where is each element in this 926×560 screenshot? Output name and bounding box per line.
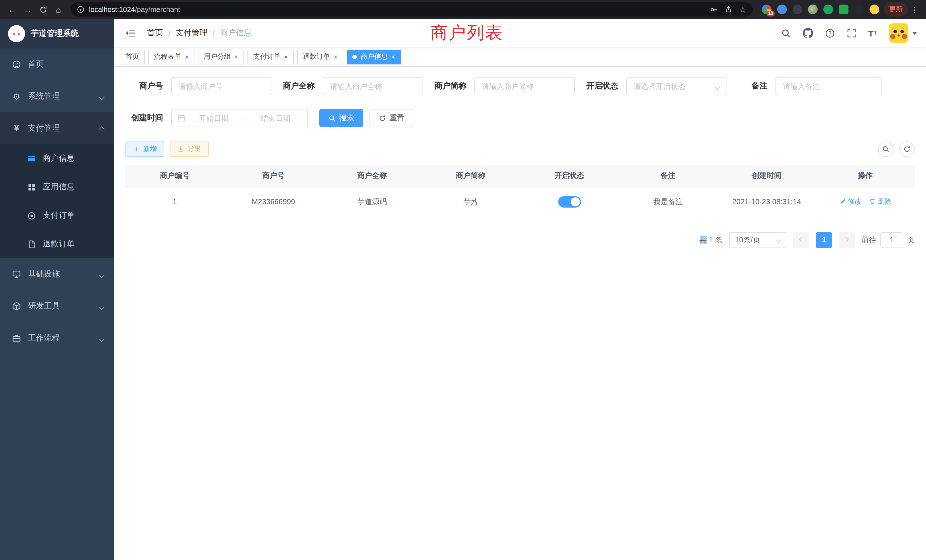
reset-button[interactable]: 重置 (369, 109, 413, 127)
browser-update-button[interactable]: 更新 (884, 2, 908, 17)
reload-icon[interactable] (35, 2, 51, 17)
text-input[interactable] (482, 82, 567, 90)
text-input[interactable] (179, 82, 264, 90)
tab-refund-orders[interactable]: 退款订单 × (297, 49, 343, 64)
cell-status (520, 186, 619, 217)
extension-icon[interactable] (854, 5, 864, 14)
status-select[interactable] (626, 77, 726, 95)
tab-label: 退款订单 (303, 52, 330, 62)
page-size-select[interactable]: 10条/页 (729, 232, 786, 248)
tab-home[interactable]: 首页 (120, 49, 145, 64)
back-icon[interactable]: ← (5, 2, 20, 17)
url-bar[interactable]: localhost:1024/pay/merchant ☆ (71, 2, 753, 17)
delete-link[interactable]: 删除 (869, 197, 891, 206)
export-button[interactable]: 导出 (170, 141, 209, 157)
cell-merchant-full-name: 芋道源码 (323, 186, 421, 217)
tab-label: 流程表单 (154, 52, 181, 62)
sidebar-item-pay-orders[interactable]: 支付订单 (0, 201, 114, 230)
sidebar-item-app-info[interactable]: 应用信息 (0, 173, 114, 201)
start-date-input[interactable] (188, 114, 240, 122)
chevron-down-icon (100, 334, 104, 343)
sidebar-item-payment[interactable]: ¥ 支付管理 (0, 112, 114, 144)
extension-icon[interactable] (823, 5, 833, 14)
add-button[interactable]: ＋ 新增 (126, 141, 164, 157)
tab-user-group[interactable]: 用户分组 × (198, 49, 244, 64)
font-size-icon[interactable]: TT (868, 29, 877, 37)
sidebar-item-label: 首页 (28, 59, 44, 70)
sidebar-item-merchant-info[interactable]: 商户信息 (0, 144, 114, 173)
field-label: 开启状态 (586, 81, 618, 91)
cell-merchant-no: M233666999 (224, 186, 323, 217)
extension-icon[interactable]: 10 (762, 5, 772, 14)
close-icon[interactable]: × (334, 53, 337, 60)
goto-page-input[interactable] (881, 232, 903, 248)
share-icon[interactable] (725, 6, 732, 13)
tab-label: 用户分组 (204, 52, 231, 62)
close-icon[interactable]: × (235, 53, 238, 60)
app-frame: 芋道管理系统 首页 ⚙ 系统管理 ¥ 支付管理 (0, 19, 926, 560)
user-menu[interactable] (889, 23, 917, 43)
column-header: 商户编号 (126, 165, 224, 186)
page-info-icon[interactable] (77, 6, 85, 13)
dashboard-icon (11, 60, 22, 69)
extension-icon[interactable] (793, 5, 802, 14)
merchant-no-input[interactable] (171, 77, 271, 95)
remark-input[interactable] (775, 77, 882, 95)
delete-link-label: 删除 (878, 197, 891, 206)
sidebar-item-dev-tools[interactable]: 研发工具 (0, 290, 114, 322)
extension-icon[interactable] (777, 5, 787, 14)
breadcrumb-current: 商户信息 (220, 28, 252, 38)
sidebar-item-refund-orders[interactable]: 退款订单 (0, 230, 114, 258)
browser-menu-icon[interactable]: ⋮ (908, 5, 921, 14)
merchant-full-name-input[interactable] (323, 77, 423, 95)
download-icon (177, 145, 184, 152)
refresh-table-button[interactable] (899, 141, 915, 157)
tab-pay-orders[interactable]: 支付订单 × (247, 49, 294, 64)
breadcrumb-payment[interactable]: 支付管理 (176, 28, 207, 38)
prev-page-button[interactable] (793, 232, 809, 248)
forward-icon[interactable]: → (20, 2, 35, 17)
url-path: /pay/merchant (135, 5, 180, 14)
page-number-button[interactable]: 1 (816, 232, 832, 248)
fullscreen-icon[interactable] (846, 28, 856, 38)
sidebar-item-system[interactable]: ⚙ 系统管理 (0, 80, 114, 112)
close-icon[interactable]: × (284, 53, 288, 60)
close-icon[interactable]: × (391, 53, 395, 60)
github-icon[interactable] (803, 28, 813, 38)
bookmark-star-icon[interactable]: ☆ (739, 5, 746, 14)
close-icon[interactable]: × (185, 53, 189, 60)
form-item-merchant-short-name: 商户简称 (434, 77, 575, 95)
sidebar-item-workflow[interactable]: 工作流程 (0, 322, 114, 354)
chevron-left-icon (799, 237, 805, 243)
extension-icon[interactable] (839, 5, 849, 14)
sidebar-item-home[interactable]: 首页 (0, 48, 114, 80)
edit-link[interactable]: 修改 (839, 197, 861, 206)
breadcrumb-home[interactable]: 首页 (147, 28, 163, 38)
search-button[interactable]: 搜索 (319, 109, 363, 127)
extension-badge: 10 (766, 11, 775, 17)
page-content: 商户号 商户全称 商户简称 (114, 67, 926, 560)
home-icon[interactable]: ⌂ (51, 2, 66, 17)
help-icon[interactable] (825, 28, 834, 38)
next-page-button[interactable] (839, 232, 855, 248)
merchant-short-name-input[interactable] (474, 77, 575, 95)
search-icon (882, 145, 890, 153)
sidebar-logo[interactable]: 芋道管理系统 (0, 19, 114, 48)
extension-icon[interactable] (808, 5, 818, 14)
extension-icon[interactable] (870, 5, 879, 14)
text-input[interactable] (783, 82, 874, 90)
text-input[interactable] (330, 82, 416, 90)
search-icon[interactable] (781, 28, 791, 38)
select-input[interactable] (634, 82, 719, 90)
sidebar-toggle-icon[interactable] (123, 29, 138, 38)
sidebar-item-infrastructure[interactable]: 基础设施 (0, 258, 114, 290)
tab-process-form[interactable]: 流程表单 × (148, 49, 194, 64)
tab-merchant-info[interactable]: 商户信息 × (346, 49, 401, 64)
date-range-picker[interactable]: - (171, 109, 308, 127)
password-key-icon[interactable] (710, 5, 718, 14)
field-label: 商户简称 (434, 81, 466, 91)
toggle-search-button[interactable] (878, 141, 894, 157)
screen: ← → ⌂ localhost:1024/pay/merchant ☆ 10 (0, 0, 926, 560)
status-toggle[interactable] (558, 196, 581, 207)
end-date-input[interactable] (249, 114, 302, 122)
